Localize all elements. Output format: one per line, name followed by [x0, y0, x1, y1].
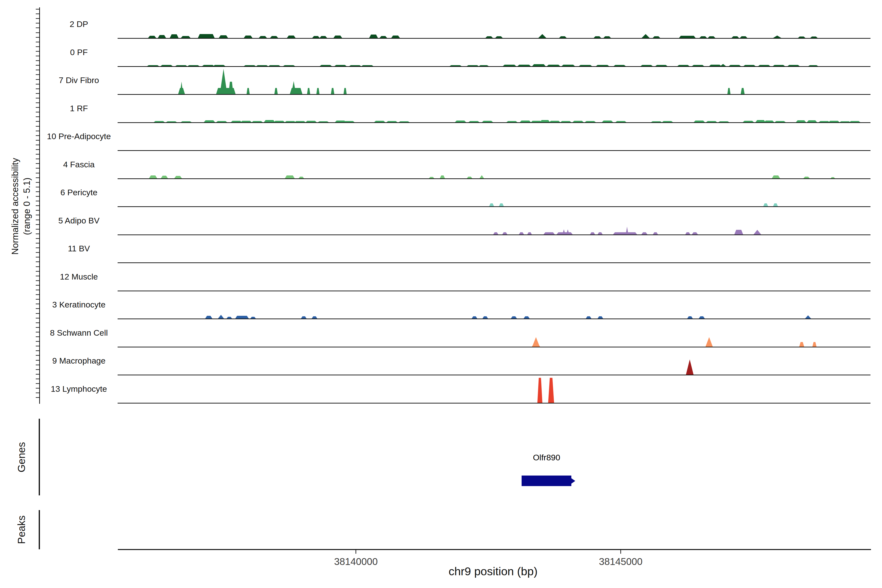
coverage-peak: [331, 88, 334, 94]
track-label: 12 Muscle: [42, 272, 116, 282]
y-ruler-tick: [36, 252, 39, 253]
coverage-peak: [307, 88, 310, 94]
y-ruler-tick: [36, 51, 39, 52]
track-baseline: [118, 262, 870, 263]
track-baseline: [118, 346, 870, 347]
track-baseline: [118, 94, 870, 95]
coverage-signal: [118, 209, 868, 235]
y-ruler-tick: [36, 18, 39, 19]
gene-body-box: [522, 476, 572, 486]
coverage-signal: [118, 12, 868, 39]
y-ruler-tick: [36, 9, 39, 9]
y-ruler-tick: [36, 70, 39, 70]
y-ruler-tick: [36, 102, 39, 103]
peaks-section-label: Peaks: [15, 370, 28, 588]
y-ruler-tick: [36, 144, 39, 145]
y-ruler-tick: [36, 261, 39, 262]
coverage-peak: [198, 34, 214, 38]
y-ruler-tick: [36, 248, 39, 248]
y-ruler-tick: [36, 163, 39, 164]
y-ruler-tick: [36, 322, 39, 323]
y-ruler-tick: [36, 196, 39, 197]
y-ruler-tick: [36, 397, 39, 398]
coverage-peak: [480, 175, 484, 178]
track-label: 2 DP: [42, 19, 116, 29]
y-ruler-tick: [36, 355, 39, 356]
coverage-plot-figure: Normalized accessibility (range 0 - 5.1)…: [0, 0, 882, 588]
y-ruler-tick: [36, 79, 39, 80]
coverage-signal: [118, 321, 868, 347]
coverage-peak: [641, 34, 650, 38]
y-ruler-tick: [36, 14, 39, 14]
track-baseline: [118, 206, 870, 207]
y-ruler-tick: [36, 93, 39, 94]
y-ruler-tick: [36, 280, 39, 281]
y-ruler-tick: [36, 388, 39, 388]
track-label: 0 PF: [42, 47, 116, 57]
peaks-section-bracket: [39, 510, 40, 549]
track-baseline: [118, 291, 870, 291]
x-axis-tick: [620, 550, 621, 554]
coverage-peak: [753, 230, 761, 235]
y-ruler-tick: [36, 121, 39, 122]
y-ruler-tick: [36, 378, 39, 379]
track-baseline: [118, 178, 870, 179]
y-ruler-tick: [36, 276, 39, 276]
coverage-peak: [741, 88, 744, 94]
y-ruler-tick: [36, 346, 39, 346]
y-ruler-tick: [36, 140, 39, 141]
y-ruler-tick: [36, 318, 39, 318]
y-ruler-tick: [36, 308, 39, 309]
coverage-signal: [118, 96, 868, 123]
coverage-signal: [118, 68, 868, 94]
y-ruler-tick: [36, 210, 39, 211]
coverage-peak: [274, 88, 278, 94]
y-ruler-tick: [36, 271, 39, 272]
track-baseline: [118, 66, 870, 67]
y-ruler-tick: [36, 257, 39, 258]
y-ruler-tick: [36, 46, 39, 47]
track-baseline: [118, 38, 870, 39]
x-axis-title: chr9 position (bp): [407, 564, 579, 578]
y-ruler-tick: [36, 154, 39, 154]
y-ruler-tick: [36, 303, 39, 304]
y-ruler-tick: [36, 56, 39, 56]
coverage-peak: [220, 69, 227, 94]
y-ruler-tick: [36, 266, 39, 267]
y-ruler-tick: [36, 112, 39, 112]
x-axis-line: [118, 549, 871, 550]
y-ruler-tick: [36, 84, 39, 84]
coverage-peak: [344, 88, 346, 94]
coverage-peak: [218, 315, 224, 319]
coverage-peak: [805, 315, 811, 319]
coverage-peak: [229, 82, 233, 94]
track-label: 4 Fascia: [42, 159, 116, 170]
y-ruler-tick: [36, 350, 39, 351]
y-ruler-tick: [36, 32, 39, 33]
genes-section-bracket: [39, 419, 40, 495]
y-ruler-tick: [36, 214, 39, 215]
coverage-peak: [799, 342, 804, 347]
coverage-peak: [291, 81, 296, 94]
coverage-peak: [562, 229, 566, 234]
y-ruler-tick: [36, 187, 39, 188]
coverage-peak: [170, 34, 178, 38]
track-label: 9 Macrophage: [42, 356, 116, 366]
y-ruler-tick: [36, 173, 39, 174]
y-ruler-tick: [36, 98, 39, 99]
coverage-signal: [118, 181, 868, 207]
track-label: 1 RF: [42, 103, 116, 113]
y-ruler-tick: [36, 234, 39, 234]
y-ruler-tick: [36, 290, 39, 290]
y-ruler-tick: [36, 393, 39, 393]
y-ruler-tick: [36, 383, 39, 384]
y-ruler-tick: [36, 149, 39, 150]
y-ruler-tick: [36, 88, 39, 89]
track-baseline: [118, 150, 870, 151]
y-ruler-tick: [36, 177, 39, 178]
y-ruler-tick: [36, 364, 39, 365]
y-ruler-tick: [36, 285, 39, 286]
y-ruler-tick: [36, 336, 39, 337]
track-baseline: [118, 234, 870, 235]
y-ruler-tick: [36, 191, 39, 192]
